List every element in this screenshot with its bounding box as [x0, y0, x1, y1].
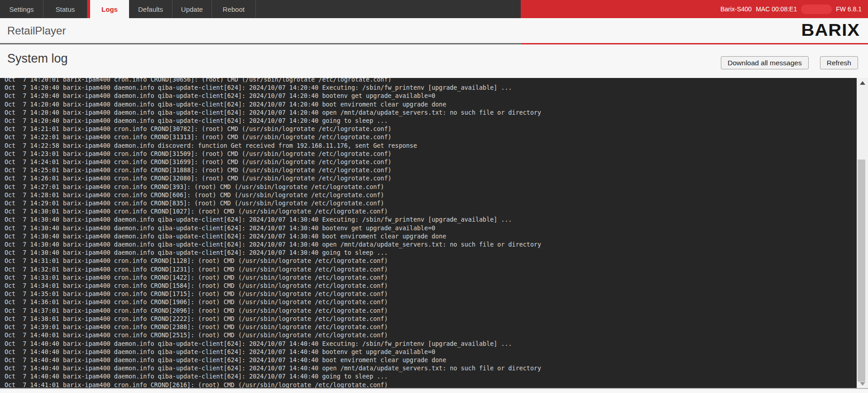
log-line: Oct 7 14:30:40 barix-ipam400 daemon.info…: [5, 216, 541, 224]
log-line: Oct 7 14:22:01 barix-ipam400 cron.info C…: [5, 133, 541, 141]
tab-defaults[interactable]: Defaults: [129, 0, 173, 18]
log-line: Oct 7 14:20:40 barix-ipam400 daemon.info…: [5, 84, 541, 92]
log-line: Oct 7 14:30:40 barix-ipam400 daemon.info…: [5, 224, 541, 233]
tab-update[interactable]: Update: [173, 0, 212, 18]
log-line: Oct 7 14:34:01 barix-ipam400 cron.info C…: [5, 282, 541, 290]
log-line: Oct 7 14:40:40 barix-ipam400 daemon.info…: [5, 364, 541, 373]
log-line: Oct 7 14:40:40 barix-ipam400 daemon.info…: [5, 340, 541, 348]
log-line: Oct 7 14:23:01 barix-ipam400 cron.info C…: [5, 150, 541, 158]
device-model: Barix-S400: [720, 5, 752, 13]
log-line: Oct 7 14:33:01 barix-ipam400 cron.info C…: [5, 274, 541, 282]
log-line: Oct 7 14:20:40 barix-ipam400 daemon.info…: [5, 109, 541, 117]
log-line: Oct 7 14:30:01 barix-ipam400 cron.info C…: [5, 208, 541, 216]
log-scrollbar[interactable]: [857, 78, 868, 389]
log-line: Oct 7 14:36:01 barix-ipam400 cron.info C…: [5, 298, 541, 306]
log-line: Oct 7 14:41:01 barix-ipam400 cron.info C…: [5, 381, 541, 389]
log-line: Oct 7 14:24:01 barix-ipam400 cron.info C…: [5, 158, 541, 166]
log-line: Oct 7 14:40:01 barix-ipam400 cron.info C…: [5, 331, 541, 340]
log-line: Oct 7 14:20:40 barix-ipam400 daemon.info…: [5, 92, 541, 100]
log-line: Oct 7 14:40:40 barix-ipam400 daemon.info…: [5, 373, 541, 381]
log-line: Oct 7 14:31:01 barix-ipam400 cron.info C…: [5, 257, 541, 265]
log-line: Oct 7 14:20:40 barix-ipam400 daemon.info…: [5, 101, 541, 109]
tab-status[interactable]: Status: [43, 0, 87, 18]
log-line: Oct 7 14:40:40 barix-ipam400 daemon.info…: [5, 356, 541, 364]
app-header: RetailPlayer BARIX: [0, 18, 868, 43]
download-all-messages-button[interactable]: Download all messages: [721, 56, 809, 69]
log-line: Oct 7 14:38:01 barix-ipam400 cron.info C…: [5, 315, 541, 323]
device-firmware: FW 6.8.1: [836, 5, 862, 13]
log-output: Oct 7 14:20:01 barix-ipam400 cron.info C…: [5, 78, 541, 389]
scrollbar-down-arrow-icon[interactable]: [857, 380, 868, 388]
log-line: Oct 7 14:35:01 barix-ipam400 cron.info C…: [5, 290, 541, 298]
log-line: Oct 7 14:20:40 barix-ipam400 daemon.info…: [5, 117, 541, 125]
header-divider-red: [522, 43, 868, 44]
device-mac: MAC 00:08:E1: [756, 5, 797, 13]
log-line: Oct 7 14:21:01 barix-ipam400 cron.info C…: [5, 125, 541, 133]
log-line: Oct 7 14:30:40 barix-ipam400 daemon.info…: [5, 233, 541, 241]
log-line: Oct 7 14:30:40 barix-ipam400 daemon.info…: [5, 241, 541, 249]
header-divider-gray: [0, 43, 522, 44]
log-line: Oct 7 14:40:40 barix-ipam400 daemon.info…: [5, 348, 541, 356]
log-line: Oct 7 14:25:01 barix-ipam400 cron.info C…: [5, 166, 541, 175]
log-line: Oct 7 14:26:01 barix-ipam400 cron.info C…: [5, 175, 541, 183]
refresh-button[interactable]: Refresh: [820, 56, 858, 69]
tab-settings[interactable]: Settings: [0, 0, 43, 18]
tab-logs[interactable]: Logs: [90, 0, 129, 18]
device-info-bar: Barix-S400 MAC 00:08:E1 FW 6.8.1: [521, 0, 868, 18]
log-line: Oct 7 14:37:01 barix-ipam400 cron.info C…: [5, 307, 541, 315]
log-line: Oct 7 14:22:58 barix-ipam400 daemon.info…: [5, 142, 541, 150]
log-line: Oct 7 14:28:01 barix-ipam400 cron.info C…: [5, 191, 541, 199]
log-line: Oct 7 14:20:01 barix-ipam400 cron.info C…: [5, 78, 541, 84]
tab-reboot[interactable]: Reboot: [212, 0, 256, 18]
log-line: Oct 7 14:32:01 barix-ipam400 cron.info C…: [5, 266, 541, 274]
top-navbar: Settings Status Logs Defaults Update Reb…: [0, 0, 868, 18]
system-log-panel[interactable]: Oct 7 14:20:01 barix-ipam400 cron.info C…: [0, 78, 868, 389]
log-line: Oct 7 14:39:01 barix-ipam400 cron.info C…: [5, 323, 541, 331]
page-title: System log: [7, 52, 68, 66]
log-line: Oct 7 14:30:40 barix-ipam400 daemon.info…: [5, 249, 541, 257]
mac-redaction-blob: [801, 5, 832, 14]
log-line: Oct 7 14:27:01 barix-ipam400 cron.info C…: [5, 183, 541, 191]
log-line: Oct 7 14:29:01 barix-ipam400 cron.info C…: [5, 199, 541, 208]
barix-logo: BARIX: [801, 21, 860, 39]
log-toolbar: Download all messages Refresh: [721, 56, 858, 69]
app-title: RetailPlayer: [7, 24, 66, 37]
scrollbar-thumb[interactable]: [858, 160, 865, 382]
scrollbar-up-arrow-icon[interactable]: [857, 79, 868, 87]
